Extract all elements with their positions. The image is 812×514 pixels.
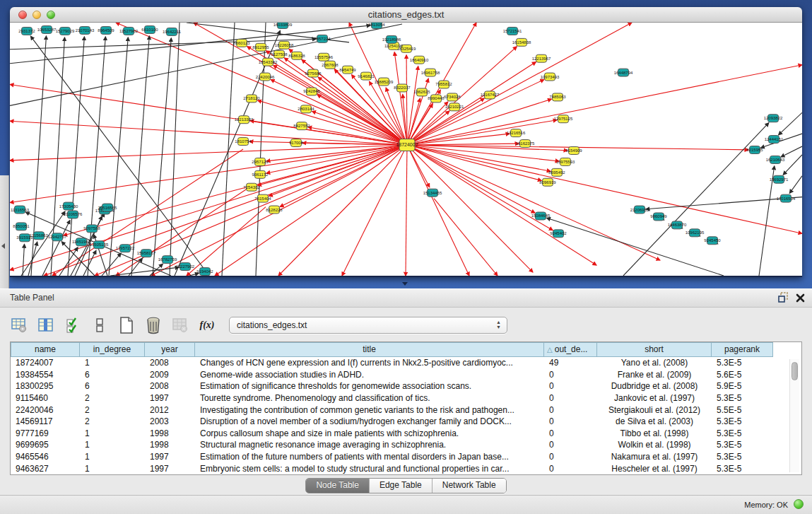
table-row[interactable]: 969969511998Structural magnetic resonanc…: [11, 439, 801, 451]
cell-year[interactable]: 2008: [145, 358, 195, 368]
cell-out_degree[interactable]: 0: [544, 416, 597, 426]
cell-in_degree[interactable]: 1: [80, 358, 145, 368]
cell-title[interactable]: Disruption of a novel member of a sodium…: [195, 416, 544, 426]
table-options-icon[interactable]: [10, 316, 28, 334]
table-row[interactable]: 1456911722003Disruption of a novel membe…: [11, 416, 801, 428]
cell-title[interactable]: Investigating the contribution of common…: [195, 405, 544, 415]
cell-out_degree[interactable]: 0: [544, 428, 597, 438]
cell-year[interactable]: 1997: [145, 452, 195, 462]
table-row[interactable]: 977716911998Corpus callosum shape and si…: [11, 428, 801, 440]
cell-title[interactable]: Corpus callosum shape and size in male p…: [195, 428, 544, 438]
cell-title[interactable]: Tourette syndrome. Phenomenology and cla…: [195, 393, 544, 403]
table-row[interactable]: 2242004622012Investigating the contribut…: [11, 404, 801, 416]
cell-in_degree[interactable]: 1: [80, 440, 145, 450]
cell-out_degree[interactable]: 0: [544, 381, 597, 391]
table-row[interactable]: 946362711997Embryonic stem cells: a mode…: [11, 462, 801, 474]
table-row[interactable]: 1938455462009Genome-wide association stu…: [11, 369, 801, 381]
cell-year[interactable]: 2003: [145, 416, 195, 426]
cell-short[interactable]: de Silva et al. (2003): [597, 416, 712, 426]
cell-name[interactable]: 9115460: [11, 393, 80, 403]
column-header-year[interactable]: year: [145, 342, 195, 357]
cell-year[interactable]: 2009: [145, 370, 195, 380]
split-pane-grip[interactable]: [401, 281, 409, 286]
cell-pagerank[interactable]: 5.3E-5: [712, 358, 773, 368]
cell-name[interactable]: 9463627: [11, 464, 80, 474]
cell-out_degree[interactable]: 0: [544, 393, 597, 403]
cell-in_degree[interactable]: 1: [80, 428, 145, 438]
cell-pagerank[interactable]: 5.3E-5: [712, 464, 773, 474]
cell-pagerank[interactable]: 5.3E-5: [712, 440, 773, 450]
cell-pagerank[interactable]: 5.5E-5: [712, 405, 773, 415]
cell-year[interactable]: 1998: [145, 440, 195, 450]
cell-year[interactable]: 1997: [145, 464, 195, 474]
cell-title[interactable]: Structural magnetic resonance image aver…: [195, 440, 544, 450]
table-row[interactable]: 1872400712008Changes of HCN gene express…: [11, 357, 801, 369]
cell-year[interactable]: 2012: [145, 405, 195, 415]
cell-short[interactable]: Franke et al. (2009): [597, 370, 712, 380]
cell-out_degree[interactable]: 0: [544, 452, 597, 462]
cell-year[interactable]: 1998: [145, 428, 195, 438]
select-columns-icon[interactable]: [64, 316, 82, 334]
cell-short[interactable]: Yano et al. (2008): [597, 358, 712, 368]
cell-title[interactable]: Changes of HCN gene expression and I(f) …: [195, 358, 544, 368]
tab-node-table[interactable]: Node Table: [306, 479, 370, 493]
cell-name[interactable]: 19384554: [11, 370, 80, 380]
column-header-short[interactable]: short: [597, 342, 712, 357]
cell-year[interactable]: 1997: [145, 393, 195, 403]
cell-in_degree[interactable]: 6: [80, 370, 145, 380]
cell-short[interactable]: Nakamura et al. (1997): [597, 452, 712, 462]
table-row[interactable]: 911546021997Tourette syndrome. Phenomeno…: [11, 392, 801, 404]
cell-pagerank[interactable]: 5.9E-5: [712, 381, 773, 391]
cell-out_degree[interactable]: 0: [544, 440, 597, 450]
cell-name[interactable]: 9777169: [11, 428, 80, 438]
column-header-out_degree[interactable]: △out_de...: [544, 342, 597, 357]
cell-out_degree[interactable]: 0: [544, 370, 597, 380]
cell-in_degree[interactable]: 2: [80, 405, 145, 415]
column-header-title[interactable]: title: [195, 342, 544, 357]
cell-title[interactable]: Estimation of the future numbers of pati…: [195, 452, 544, 462]
cell-out_degree[interactable]: 0: [544, 464, 597, 474]
cell-pagerank[interactable]: 5.3E-5: [712, 393, 773, 403]
cell-title[interactable]: Embryonic stem cells: a model to study s…: [195, 464, 544, 474]
panel-collapse-arrow-icon[interactable]: [1, 243, 5, 249]
cell-in_degree[interactable]: 2: [80, 393, 145, 403]
cell-name[interactable]: 9699695: [11, 440, 80, 450]
cell-pagerank[interactable]: 5.6E-5: [712, 370, 773, 380]
cell-pagerank[interactable]: 5.3E-5: [712, 452, 773, 462]
scrollbar-thumb[interactable]: [792, 362, 798, 380]
network-window-titlebar[interactable]: citations_edges.txt: [10, 7, 802, 23]
cell-name[interactable]: 18724007: [11, 358, 80, 368]
cell-name[interactable]: 14569117: [11, 416, 80, 426]
table-row[interactable]: 946554611997Estimation of the future num…: [11, 451, 801, 463]
delete-column-icon[interactable]: [144, 316, 163, 334]
tab-network-table[interactable]: Network Table: [433, 479, 506, 493]
control-panel-edge[interactable]: [0, 175, 9, 288]
network-canvas[interactable]: 1872400786601238912955182260589127508105…: [10, 23, 802, 277]
cell-pagerank[interactable]: 5.3E-5: [712, 428, 773, 438]
cell-short[interactable]: Hescheler et al. (1997): [597, 464, 712, 474]
table-scrollbar[interactable]: [789, 359, 799, 472]
cell-short[interactable]: Dudbridge et al. (2008): [597, 381, 712, 391]
cell-out_degree[interactable]: 0: [544, 405, 597, 415]
cell-title[interactable]: Estimation of significance thresholds fo…: [195, 381, 544, 391]
cell-title[interactable]: Genome-wide association studies in ADHD.: [195, 370, 544, 380]
cell-out_degree[interactable]: 49: [544, 358, 597, 368]
tab-edge-table[interactable]: Edge Table: [370, 479, 433, 493]
cell-short[interactable]: Wolkin et al. (1998): [597, 440, 712, 450]
show-column-icon[interactable]: [37, 316, 55, 334]
cell-pagerank[interactable]: 5.3E-5: [712, 416, 773, 426]
table-selector-dropdown[interactable]: citations_edges.txt ▲▼: [229, 317, 507, 334]
cell-name[interactable]: 22420046: [11, 405, 80, 415]
table-row[interactable]: 1830029562008Estimation of significance …: [11, 380, 801, 392]
float-panel-icon[interactable]: [778, 292, 789, 305]
cell-short[interactable]: Stergiakouli et al. (2012): [597, 405, 712, 415]
cell-short[interactable]: Tibbo et al. (1998): [597, 428, 712, 438]
cell-in_degree[interactable]: 2: [80, 416, 145, 426]
close-panel-icon[interactable]: [796, 293, 805, 305]
cell-in_degree[interactable]: 1: [80, 452, 145, 462]
column-header-pagerank[interactable]: pagerank: [712, 342, 773, 357]
cell-name[interactable]: 18300295: [11, 381, 80, 391]
function-builder-icon[interactable]: f(x): [198, 316, 216, 334]
row-height-icon[interactable]: [90, 316, 109, 334]
new-column-icon[interactable]: [117, 316, 136, 334]
